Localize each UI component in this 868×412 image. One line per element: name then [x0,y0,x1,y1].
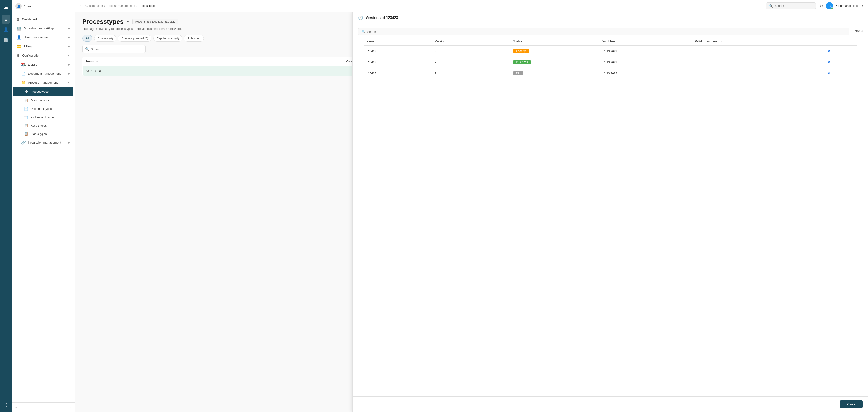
icon-expand[interactable]: ⟩⟩ [2,401,10,409]
versions-table: Name ↑↓ Version ↑↓ [364,37,857,78]
vcol-status[interactable]: Status ↑↓ [511,37,600,45]
breadcrumb-sep2: / [136,4,137,7]
row-name: ⚙ 123423 [83,66,342,76]
sidebar-item-user-management[interactable]: 👤 User management ▶ [13,33,73,42]
versions-search-icon: 🔍 [362,30,365,33]
billing-icon: 💳 [17,44,21,49]
sidebar-item-document-types[interactable]: 📄 Document types [13,105,73,113]
vrow-version: 1 [432,68,511,79]
sidebar-item-dashboard[interactable]: ⊞ Dashboard [13,15,73,24]
topbar-search-input[interactable] [775,4,813,7]
sidebar-item-label: Processtypes [30,90,49,93]
collapse-sidebar-button[interactable]: « [16,405,18,409]
sidebar-item-label: Billing [24,45,32,48]
vrow-name: 123423 [364,45,432,57]
external-link-icon[interactable]: ↗ [827,60,830,64]
vcol-name[interactable]: Name ↑↓ [364,37,432,45]
sidebar-item-label: Profiles and layout [31,116,55,119]
settings-icon[interactable]: ⚙ [819,3,823,8]
sidebar-item-result-types[interactable]: 📋 Result types [13,121,73,129]
sidebar-item-label: Dashboard [22,18,37,21]
close-button[interactable]: Close [840,400,863,408]
vcol-valid-from[interactable]: Valid from ↑↓ [600,37,692,45]
sidebar-item-profiles-layout[interactable]: 📊 Profiles and layout [13,113,73,121]
status-badge-published: Published [514,60,531,64]
sidebar-item-org-settings[interactable]: 🏢 Organizational settings ▶ [13,24,73,33]
sort-icon: ↑↓ [721,40,723,42]
admin-avatar: 👤 [16,3,22,9]
table-search-input[interactable] [91,47,143,51]
breadcrumb: ← Configuration / Process management / P… [80,4,763,8]
back-button[interactable]: ← [80,4,83,8]
tab-all[interactable]: All [82,35,92,41]
icon-home[interactable]: ⊞ [2,15,10,24]
breadcrumb-configuration: Configuration [86,4,103,7]
sidebar-item-label: Result types [31,124,47,127]
breadcrumb-sep1: / [104,4,105,7]
vrow-name: 123423 [364,68,432,79]
user-name: Performance Test1 [835,4,860,7]
sidebar-item-configuration[interactable]: ⚙ Configuration ▼ [13,51,73,60]
sidebar-item-process-management[interactable]: 📁 Process management ▼ [13,78,73,87]
icon-doc[interactable]: 📄 [2,36,10,44]
sidebar-item-library[interactable]: 📚 Library ▶ [13,60,73,69]
vcol-version[interactable]: Version ↑↓ [432,37,511,45]
lang-badge[interactable]: Nederlands (Nederland) (Default) [132,19,178,24]
integration-icon: 🔗 [21,140,26,145]
versions-table-body: 123423 3 Concept 10/13/2023 ↗ [364,45,857,78]
sidebar-item-label: Process management [28,81,58,84]
version-row[interactable]: 123423 1 Old 10/13/2023 ↗ [364,68,857,79]
external-link-icon[interactable]: ↗ [827,49,830,53]
expand-sidebar-button[interactable]: » [69,405,71,409]
configuration-icon: ⚙ [17,53,20,58]
vrow-link[interactable]: ↗ [824,45,857,57]
sidebar-item-processtypes[interactable]: ⚙ Processtypes [13,87,73,96]
avatar-initials: PE [828,4,831,7]
breadcrumb-process-management: Process management [106,4,135,7]
versions-footer: Close [353,397,868,412]
versions-title: Versions of 123423 [365,16,398,20]
versions-header: 🕐 Versions of 123423 [353,12,868,24]
table-search-container: 🔍 [82,45,146,53]
vrow-valid-until [692,68,825,79]
tab-expiring-soon[interactable]: Expiring soon (0) [153,35,182,41]
tab-published[interactable]: Published [184,35,204,41]
external-link-icon[interactable]: ↗ [827,71,830,75]
user-dropdown-icon: ▼ [861,4,864,7]
vrow-link[interactable]: ↗ [824,57,857,68]
user-badge[interactable]: PE Performance Test1 ▼ [826,2,864,9]
user-management-icon: 👤 [17,35,21,39]
vrow-status: Concept [511,45,600,57]
sidebar-item-integration-management[interactable]: 🔗 Integration management ▶ [13,138,73,147]
document-management-icon: 📄 [21,71,26,76]
sidebar-item-decision-types[interactable]: 📋 Decision types [13,96,73,104]
tab-concept-planned[interactable]: Concept planned (0) [118,35,152,41]
vrow-valid-from: 10/13/2023 [600,45,692,57]
document-types-icon: 📄 [24,107,28,111]
vcol-actions [824,37,857,45]
sort-icon: ↑↓ [447,40,450,42]
version-row[interactable]: 123423 3 Concept 10/13/2023 ↗ [364,45,857,57]
sidebar-footer: « » [12,402,75,412]
versions-search-input[interactable] [367,30,846,33]
sidebar-item-status-types[interactable]: 📋 Status types [13,130,73,138]
row-process-icon: ⚙ [86,69,89,73]
sidebar-item-label: Document management [28,72,61,75]
vrow-status: Old [511,68,600,79]
sidebar-item-document-management[interactable]: 📄 Document management ▶ [13,69,73,78]
sort-icon: ↑↓ [376,40,378,42]
vrow-link[interactable]: ↗ [824,68,857,79]
tab-concept[interactable]: Concept (0) [94,35,116,41]
sort-name-icon: ↑↓ [96,60,98,62]
col-name[interactable]: Name ↑↓ [83,57,342,66]
vrow-valid-from: 10/13/2023 [600,68,692,79]
chevron-right-icon: ▶ [68,141,70,144]
chevron-right-icon: ▶ [68,72,70,75]
topbar-right: ⚙ PE Performance Test1 ▼ [819,2,864,9]
version-row[interactable]: 123423 2 Published 10/13/2023 ↗ [364,57,857,68]
sidebar-item-billing[interactable]: 💳 Billing ▶ [13,42,73,51]
vcol-valid-until[interactable]: Valid up and until ↑↓ [692,37,825,45]
icon-person[interactable]: 👤 [2,25,10,34]
status-badge-old: Old [514,71,523,75]
versions-table-container: Name ↑↓ Version ↑↓ [353,37,868,397]
